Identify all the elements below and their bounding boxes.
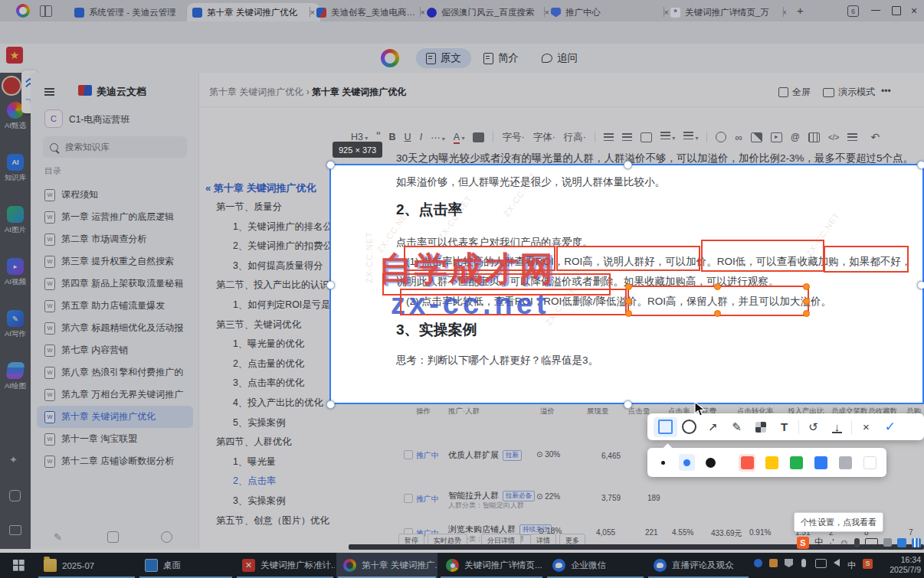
color-yellow[interactable] bbox=[763, 454, 780, 472]
capture-dim-top bbox=[0, 0, 924, 164]
ime-lang-toggle[interactable]: 中 bbox=[814, 536, 824, 549]
mouse-cursor bbox=[694, 401, 706, 417]
ime-punct-toggle[interactable]: ·’ bbox=[829, 537, 834, 548]
selection-handle-nw[interactable] bbox=[326, 161, 335, 169]
annotation-rect-2[interactable] bbox=[556, 246, 700, 271]
ime-tooltip: 个性设置，点我看看 bbox=[794, 512, 883, 532]
color-gray[interactable] bbox=[837, 454, 854, 472]
annotation-handle[interactable] bbox=[803, 283, 810, 290]
color-blue[interactable] bbox=[813, 454, 830, 472]
ellipse-tool[interactable] bbox=[677, 417, 701, 437]
ime-clipboard-icon[interactable] bbox=[897, 538, 906, 547]
annotation-rect-3[interactable] bbox=[701, 240, 824, 272]
ime-tool-icon[interactable] bbox=[883, 538, 892, 547]
annotation-handle[interactable] bbox=[714, 283, 721, 290]
undo-tool[interactable]: ↺ bbox=[801, 417, 825, 437]
selection-handle-sw[interactable] bbox=[326, 400, 335, 409]
arrow-tool[interactable]: ↗ bbox=[701, 417, 725, 437]
color-white[interactable] bbox=[862, 454, 879, 472]
annotation-handle[interactable] bbox=[714, 310, 721, 317]
text-tool[interactable]: T bbox=[772, 417, 796, 437]
color-green[interactable] bbox=[788, 454, 804, 472]
ime-keyboard-icon[interactable] bbox=[865, 538, 878, 547]
selection-handle-ne[interactable] bbox=[917, 161, 924, 169]
color-red-selected[interactable] bbox=[739, 454, 755, 472]
annotation-rect-1[interactable] bbox=[404, 246, 555, 271]
annotation-rect-4[interactable] bbox=[824, 246, 909, 273]
annotation-handle[interactable] bbox=[803, 310, 810, 317]
stroke-size-medium-selected[interactable] bbox=[679, 454, 695, 471]
ime-mic-icon[interactable] bbox=[854, 538, 860, 547]
annotation-handle[interactable] bbox=[625, 298, 632, 305]
save-download-tool[interactable]: ↓ bbox=[825, 417, 849, 437]
ime-grid-icon[interactable] bbox=[912, 538, 921, 547]
annotation-handle[interactable] bbox=[625, 310, 632, 317]
capture-toolbar: ↗ ✎ T ↺ ↓ × ✓ bbox=[647, 413, 924, 440]
mosaic-tool[interactable] bbox=[749, 417, 772, 437]
selection-size-label: 925 × 373 bbox=[333, 142, 382, 158]
annotation-handle[interactable] bbox=[803, 298, 810, 305]
selection-handle-e[interactable] bbox=[917, 281, 924, 289]
cancel-capture-button[interactable]: × bbox=[854, 417, 878, 437]
annotation-handle[interactable] bbox=[625, 283, 632, 290]
selection-handle-n[interactable] bbox=[624, 161, 632, 169]
selection-handle-w[interactable] bbox=[326, 281, 335, 289]
capture-dim-left bbox=[0, 164, 329, 404]
stroke-size-small[interactable] bbox=[655, 454, 671, 471]
screen: 系统管理 - 美迪云管理 × 第十章 关键词推广优化 × 美迪创客_美迪电商_美… bbox=[0, 0, 924, 578]
ime-toolbar: S 中 ·’ ☺ bbox=[797, 534, 921, 550]
selection-handle-s[interactable] bbox=[624, 400, 632, 409]
capture-color-panel bbox=[647, 448, 886, 477]
sogou-logo-icon[interactable]: S bbox=[797, 537, 809, 549]
pen-tool[interactable]: ✎ bbox=[725, 417, 749, 437]
stroke-size-large[interactable] bbox=[703, 454, 719, 471]
confirm-capture-button[interactable]: ✓ bbox=[878, 417, 902, 437]
rectangle-tool[interactable] bbox=[654, 417, 677, 437]
annotation-rect-6[interactable] bbox=[400, 289, 627, 315]
ime-emoji-icon[interactable]: ☺ bbox=[840, 537, 849, 548]
